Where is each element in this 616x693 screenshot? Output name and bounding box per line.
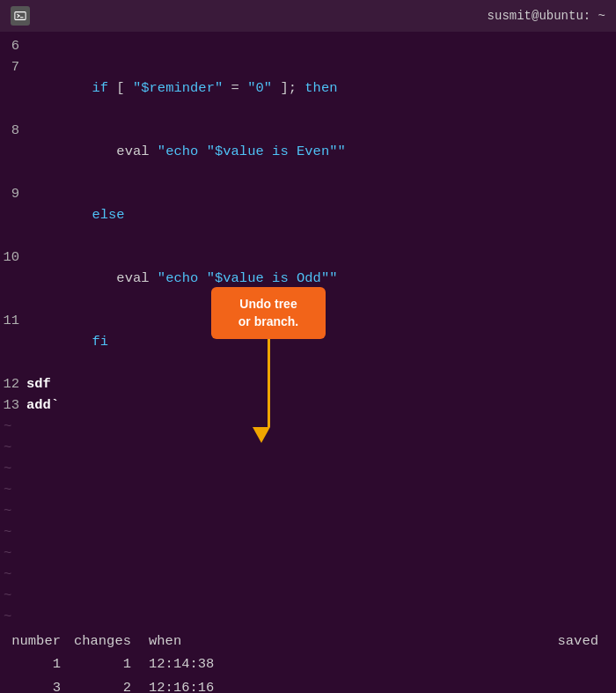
col-header-when: when xyxy=(140,630,254,652)
cell-number: 1 xyxy=(4,652,70,675)
table-header-row: number changes when saved xyxy=(2,630,616,652)
col-header-number: number xyxy=(4,630,70,652)
title-bar-title: susmit@ubuntu: ~ xyxy=(488,9,605,23)
line-number: 6 xyxy=(0,35,26,56)
undo-table: number changes when saved 1 1 12:14:38 3… xyxy=(0,627,616,693)
tooltip-arrow-line xyxy=(268,339,270,427)
tilde-line: ~ xyxy=(0,542,616,564)
cell-changes: 2 xyxy=(70,676,140,693)
terminal-body: 6 7 if [ "$reminder" = "0" ]; then 8 eva… xyxy=(0,32,616,693)
line-number: 11 xyxy=(0,310,26,331)
title-bar: susmit@ubuntu: ~ xyxy=(0,0,616,32)
code-line-6: 6 xyxy=(0,35,616,56)
code-line-9: 9 else xyxy=(0,183,616,247)
keyword-if: if xyxy=(92,80,108,96)
terminal-icon xyxy=(11,6,30,26)
keyword-fi: fi xyxy=(92,334,108,350)
col-header-saved: saved xyxy=(510,630,616,652)
tooltip-box: Undo treeor branch. xyxy=(211,287,326,339)
keyword-else: else xyxy=(92,207,124,223)
tooltip-container: Undo treeor branch. xyxy=(211,287,326,443)
code-line-7: 7 if [ "$reminder" = "0" ]; then xyxy=(0,56,616,120)
tilde-line: ~ xyxy=(0,500,616,521)
code-line-8: 8 eval "echo "$value is Even"" xyxy=(0,120,616,183)
line-number: 10 xyxy=(0,247,26,268)
cell-number: 3 xyxy=(4,676,70,693)
tilde-line: ~ xyxy=(0,458,616,479)
line-number: 12 xyxy=(0,373,26,394)
tilde-line: ~ xyxy=(0,479,616,500)
line-number: 13 xyxy=(0,394,26,416)
cell-when: 12:14:38 xyxy=(140,652,254,675)
tilde-line: ~ xyxy=(0,564,616,585)
cell-when: 12:16:16 xyxy=(140,676,254,693)
cell-saved xyxy=(510,676,616,693)
col-header-changes: changes xyxy=(70,630,140,652)
tooltip-arrow-head xyxy=(253,427,270,443)
tilde-line: ~ xyxy=(0,585,616,606)
cell-changes: 1 xyxy=(70,652,140,675)
line-number: 7 xyxy=(0,56,26,77)
tilde-line: ~ xyxy=(0,606,616,627)
tilde-line: ~ xyxy=(0,521,616,542)
line-number: 9 xyxy=(0,183,26,204)
cell-saved xyxy=(510,652,616,675)
line-number: 8 xyxy=(0,120,26,141)
table-row: 1 1 12:14:38 xyxy=(2,652,616,675)
table-row: 3 2 12:16:16 xyxy=(2,676,616,693)
